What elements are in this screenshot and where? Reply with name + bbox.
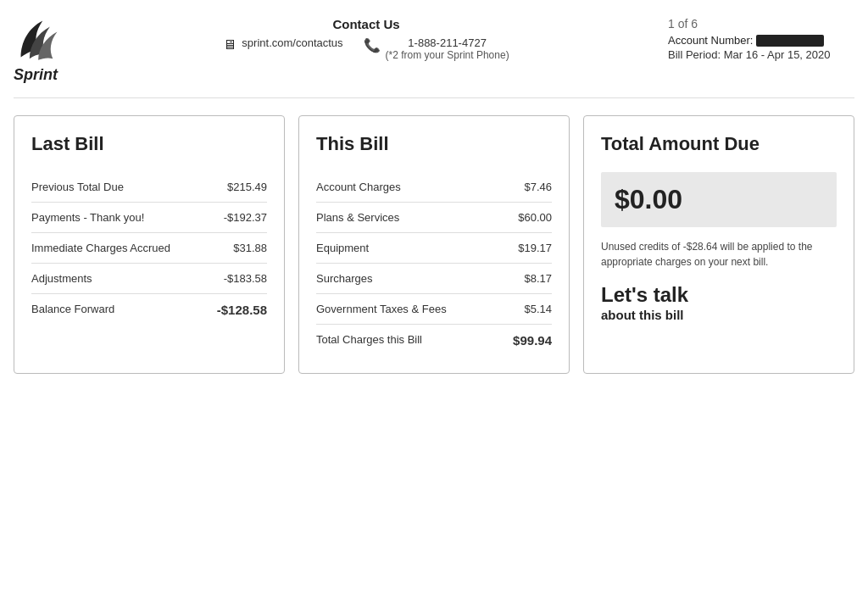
bill-period: Bill Period: Mar 16 - Apr 15, 2020	[668, 48, 854, 61]
last-bill-value-0: $215.49	[227, 181, 267, 193]
this-bill-value-1: $60.00	[518, 211, 552, 224]
total-due-title: Total Amount Due	[601, 133, 837, 155]
this-bill-value-5: $99.94	[513, 333, 552, 348]
contact-web[interactable]: sprint.com/contactus	[242, 36, 342, 49]
credit-note: Unused credits of -$28.64 will be applie…	[601, 239, 837, 270]
this-bill-item-4: Government Taxes & Fees $5.14	[316, 294, 552, 325]
main-content: Last Bill Previous Total Due $215.49 Pay…	[14, 115, 854, 374]
logo-text: Sprint	[14, 66, 58, 84]
last-bill-card: Last Bill Previous Total Due $215.49 Pay…	[14, 115, 285, 374]
this-bill-item-1: Plans & Services $60.00	[316, 203, 552, 233]
this-bill-value-3: $8.17	[524, 272, 552, 285]
this-bill-card: This Bill Account Charges $7.46 Plans & …	[298, 115, 570, 374]
this-bill-label-2: Equipment	[316, 242, 369, 254]
last-bill-value-4: -$128.58	[217, 303, 267, 317]
lets-talk-section: Let's talk about this bill	[601, 283, 837, 322]
last-bill-item-3: Adjustments -$183.58	[31, 264, 267, 294]
last-bill-item-1: Payments - Thank you! -$192.37	[31, 203, 267, 233]
contact-phone: 1-888-211-4727	[386, 36, 509, 49]
sprint-logo-icon	[14, 14, 64, 64]
this-bill-label-4: Government Taxes & Fees	[316, 303, 447, 315]
contact-title: Contact Us	[64, 17, 668, 31]
this-bill-value-4: $5.14	[524, 303, 552, 315]
this-bill-label-1: Plans & Services	[316, 211, 399, 224]
last-bill-value-2: $31.88	[233, 242, 267, 254]
page-header: Sprint Contact Us 🖥 sprint.com/contactus…	[14, 14, 854, 98]
web-icon: 🖥	[223, 37, 236, 53]
account-number-redacted	[756, 35, 824, 47]
this-bill-item-0: Account Charges $7.46	[316, 172, 552, 203]
last-bill-item-4: Balance Forward -$128.58	[31, 294, 267, 326]
total-amount-value: $0.00	[615, 184, 682, 214]
last-bill-label-0: Previous Total Due	[31, 181, 124, 193]
last-bill-label-1: Payments - Thank you!	[31, 211, 144, 224]
bill-period-label: Bill Period:	[668, 48, 721, 61]
contact-phone-item: 📞 1-888-211-4727 (*2 from your Sprint Ph…	[364, 36, 509, 61]
this-bill-title: This Bill	[316, 133, 552, 155]
logo-area: Sprint	[14, 14, 64, 84]
contact-section: Contact Us 🖥 sprint.com/contactus 📞 1-88…	[64, 14, 668, 61]
this-bill-label-0: Account Charges	[316, 181, 401, 193]
lets-talk-heading: Let's talk	[601, 283, 837, 308]
this-bill-label-3: Surcharges	[316, 272, 372, 285]
this-bill-item-5: Total Charges this Bill $99.94	[316, 325, 552, 356]
this-bill-value-2: $19.17	[518, 242, 552, 254]
last-bill-title: Last Bill	[31, 133, 267, 155]
total-due-card: Total Amount Due $0.00 Unused credits of…	[583, 115, 854, 374]
last-bill-item-0: Previous Total Due $215.49	[31, 172, 267, 203]
last-bill-label-2: Immediate Charges Accrued	[31, 242, 170, 254]
contact-phone-sub: (*2 from your Sprint Phone)	[386, 49, 509, 61]
account-number-label: Account Number:	[668, 34, 753, 47]
last-bill-label-4: Balance Forward	[31, 303, 114, 315]
this-bill-value-0: $7.46	[524, 181, 552, 193]
page-number: 1 of 6	[668, 17, 854, 31]
this-bill-item-2: Equipment $19.17	[316, 233, 552, 264]
account-number-row: Account Number:	[668, 34, 854, 47]
last-bill-value-1: -$192.37	[224, 211, 267, 224]
this-bill-label-5: Total Charges this Bill	[316, 333, 422, 346]
this-bill-item-3: Surcharges $8.17	[316, 264, 552, 294]
contact-web-item: 🖥 sprint.com/contactus	[223, 36, 342, 53]
last-bill-label-3: Adjustments	[31, 272, 92, 285]
lets-talk-sub: about this bill	[601, 308, 837, 322]
last-bill-item-2: Immediate Charges Accrued $31.88	[31, 233, 267, 264]
bill-period-value: Mar 16 - Apr 15, 2020	[724, 48, 831, 61]
phone-icon: 📞	[364, 37, 381, 53]
account-info: 1 of 6 Account Number: Bill Period: Mar …	[668, 14, 854, 61]
total-amount-box: $0.00	[601, 172, 837, 227]
last-bill-value-3: -$183.58	[224, 272, 267, 285]
